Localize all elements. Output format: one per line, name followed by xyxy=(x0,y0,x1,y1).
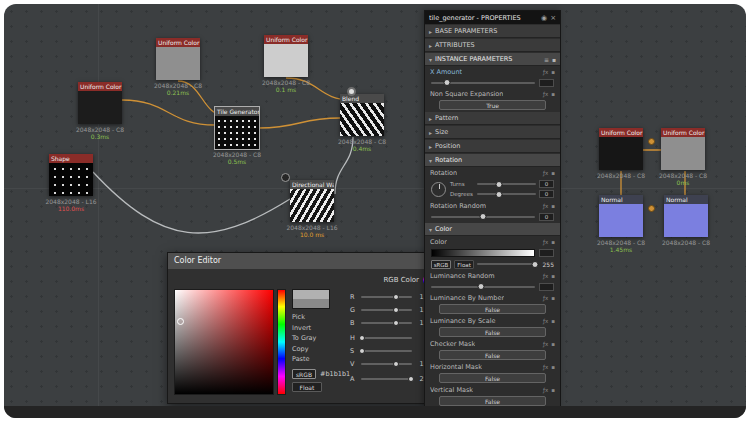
value-box[interactable]: 0 xyxy=(539,213,554,221)
toggle-button[interactable]: False xyxy=(439,373,546,383)
graph-node-directional-warp[interactable]: Directional Warp2048x2048 - L1610.0 ms xyxy=(290,180,334,222)
slider-track[interactable] xyxy=(361,296,412,298)
pin-badge[interactable] xyxy=(648,138,655,145)
function-icon[interactable]: ƒx xyxy=(543,203,548,209)
options-icon[interactable]: ▪ xyxy=(551,295,555,301)
function-icon[interactable]: ƒx xyxy=(543,387,548,393)
options-icon[interactable]: ▪ xyxy=(551,387,555,393)
float-button[interactable]: Float xyxy=(454,260,474,269)
slider-knob[interactable] xyxy=(480,213,487,220)
options-icon[interactable]: ▪ xyxy=(551,170,555,176)
graph-node-normal-2[interactable]: Normal2048x2048 - C8 xyxy=(664,195,708,237)
graph-node-normal-1[interactable]: Normal2048x2048 - C81.45ms xyxy=(599,195,643,237)
value-box[interactable] xyxy=(539,283,554,291)
slider-track[interactable] xyxy=(361,309,412,311)
color-action-paste[interactable]: Paste xyxy=(292,354,350,365)
options-icon[interactable]: ▪ xyxy=(551,318,555,324)
toggle-button[interactable]: False xyxy=(439,396,546,406)
close-icon[interactable]: × xyxy=(550,14,556,22)
graph-node-uniform-color-5[interactable]: Uniform Color2048x2048 - C80ms xyxy=(661,128,705,170)
slider-knob[interactable] xyxy=(477,283,484,290)
options-icon[interactable]: ▪ xyxy=(551,364,555,370)
rotation-dial[interactable] xyxy=(431,182,446,197)
slider-track[interactable] xyxy=(361,350,412,352)
slider-track[interactable] xyxy=(361,337,412,339)
function-icon[interactable]: ƒx xyxy=(543,341,548,347)
toggle-button[interactable]: False xyxy=(439,304,546,314)
options-icon[interactable]: ▪ xyxy=(551,239,555,245)
function-icon[interactable]: ƒx xyxy=(543,239,548,245)
slider-track[interactable] xyxy=(431,286,535,288)
function-icon[interactable]: ƒx xyxy=(543,273,548,279)
value-box[interactable]: 0 xyxy=(539,180,554,188)
options-icon[interactable]: ▪ xyxy=(551,69,555,75)
color-action-to-gray[interactable]: To Gray xyxy=(292,333,350,344)
options-icon[interactable]: ▪ xyxy=(551,203,555,209)
srgb-button[interactable]: sRGB xyxy=(292,369,316,379)
options-icon[interactable]: ▪ xyxy=(551,91,555,97)
slider-knob[interactable] xyxy=(393,320,399,326)
pin-badge[interactable] xyxy=(648,205,655,212)
function-icon[interactable]: ƒx xyxy=(543,295,548,301)
srgb-button[interactable]: sRGB xyxy=(431,260,451,269)
section-size[interactable]: ▸Size xyxy=(425,126,560,139)
slider-knob[interactable] xyxy=(359,348,365,354)
function-icon[interactable]: ƒx xyxy=(543,170,548,176)
toggle-button[interactable]: False xyxy=(439,350,546,360)
color-action-pick[interactable]: Pick xyxy=(292,312,350,323)
slider-track[interactable] xyxy=(477,263,537,265)
graph-node-uniform-color-2[interactable]: Uniform Color2048x2048 - C80.1 ms xyxy=(264,35,308,77)
float-button[interactable]: Float xyxy=(292,382,322,392)
section-color[interactable]: ▾Color xyxy=(425,223,560,236)
list-icon[interactable]: ≡ xyxy=(544,56,549,63)
output-badge[interactable] xyxy=(347,87,356,96)
options-icon[interactable]: ▪ xyxy=(551,273,555,279)
hue-strip[interactable] xyxy=(277,289,286,395)
slider-track[interactable] xyxy=(361,363,412,365)
slider-knob[interactable] xyxy=(408,376,414,382)
slider-knob[interactable] xyxy=(359,335,365,341)
color-cursor[interactable] xyxy=(177,318,184,325)
value-box[interactable]: 0 xyxy=(539,190,554,198)
slider-track[interactable] xyxy=(431,82,535,84)
hex-value[interactable]: #b1b1b1 xyxy=(320,370,350,378)
graph-node-shape[interactable]: Shape2048x2048 - L16110.0ms xyxy=(49,154,93,196)
section-rotation[interactable]: ▾Rotation xyxy=(425,154,560,167)
slider-track[interactable] xyxy=(477,193,536,195)
value-box[interactable] xyxy=(539,249,554,257)
slider-track[interactable] xyxy=(361,322,412,324)
slider-knob[interactable] xyxy=(393,361,399,367)
value-box[interactable] xyxy=(539,79,554,87)
toggle-button[interactable]: True xyxy=(439,100,546,110)
graph-node-uniform-color-3[interactable]: Uniform Color2048x2048 - C80.3ms xyxy=(78,82,122,124)
slider-knob[interactable] xyxy=(496,191,503,198)
graph-node-uniform-color-4[interactable]: Uniform Color2048x2048 - C8 xyxy=(599,128,643,170)
slider-track[interactable] xyxy=(361,378,412,380)
function-icon[interactable]: ƒx xyxy=(543,91,548,97)
node-badge[interactable] xyxy=(281,173,290,182)
section-base-parameters[interactable]: ▸BASE PARAMETERS xyxy=(425,25,560,38)
color-action-copy[interactable]: Copy xyxy=(292,344,350,355)
slider-knob[interactable] xyxy=(393,307,399,313)
node-graph-canvas[interactable]: Uniform Color2048x2048 - C80.21msUniform… xyxy=(4,4,746,418)
slider-track[interactable] xyxy=(477,183,536,185)
color-action-invert[interactable]: Invert xyxy=(292,323,350,334)
saturation-value-picker[interactable] xyxy=(174,289,274,395)
color-editor-title[interactable]: Color Editor xyxy=(168,253,438,269)
toggle-button[interactable]: False xyxy=(439,327,546,337)
slider-knob[interactable] xyxy=(393,294,399,300)
graph-node-blend[interactable]: Blend2048x2048 - C80.4ms xyxy=(340,94,384,136)
options-icon[interactable]: ▪ xyxy=(551,341,555,347)
gradient-bar[interactable] xyxy=(431,249,535,257)
properties-title-bar[interactable]: tile_generator - PROPERTIES ◉ × xyxy=(425,11,560,24)
slider-knob[interactable] xyxy=(496,181,503,188)
slider-knob[interactable] xyxy=(443,79,450,86)
slider-knob[interactable] xyxy=(532,261,539,268)
graph-node-tile-generator[interactable]: Tile Generator2048x2048 - C80.5ms xyxy=(215,107,259,149)
section-instance-parameters[interactable]: ▾INSTANCE PARAMETERS≡▪ xyxy=(425,53,560,66)
function-icon[interactable]: ƒx xyxy=(543,318,548,324)
function-icon[interactable]: ƒx xyxy=(543,364,548,370)
grid-icon[interactable]: ▪ xyxy=(552,56,556,63)
function-icon[interactable]: ƒx xyxy=(543,69,548,75)
graph-node-uniform-color-1[interactable]: Uniform Color2048x2048 - C80.21ms xyxy=(156,38,200,80)
